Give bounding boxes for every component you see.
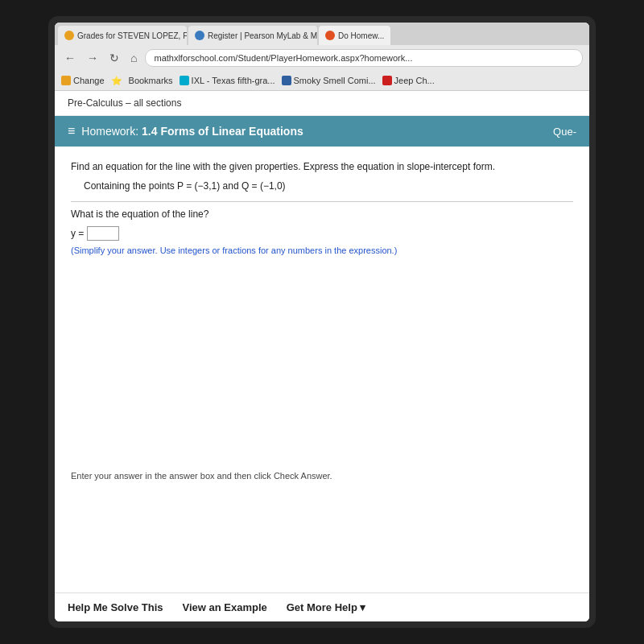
view-example-button[interactable]: View an Example	[182, 601, 266, 613]
question-prompt: What is the equation of the line?	[71, 208, 573, 220]
address-bar-row: ← → ↻ ⌂ mathxlforschool.com/Student/Play…	[55, 45, 589, 71]
bookmark-icon-smoky	[282, 76, 291, 85]
address-bar[interactable]: mathxlforschool.com/Student/PlayerHomewo…	[145, 49, 583, 67]
bookmark-separator: ⭐	[111, 76, 122, 86]
simplify-note: (Simplify your answer. Use integers or f…	[71, 246, 573, 255]
page-content: Pre-Calculus – all sections ≡ Homework: …	[55, 91, 589, 621]
tab-homework[interactable]: Do Homew...	[319, 26, 390, 45]
homework-title-bold: 1.4 Forms of Linear Equations	[142, 125, 303, 138]
help-me-solve-button[interactable]: Help Me Solve This	[68, 601, 163, 613]
get-more-help-button[interactable]: Get More Help ▾	[287, 601, 366, 613]
divider	[71, 201, 573, 202]
forward-button[interactable]: →	[84, 50, 101, 66]
hamburger-icon[interactable]: ≡	[68, 124, 75, 138]
answer-row: y =	[71, 226, 573, 241]
homework-header: ≡ Homework: 1.4 Forms of Linear Equation…	[55, 116, 589, 147]
home-button[interactable]: ⌂	[127, 50, 140, 66]
bookmark-jeep[interactable]: Jeep Ch...	[382, 76, 435, 85]
tab-bar: Grades for STEVEN LOPEZ, PRE... × Regist…	[55, 23, 589, 45]
problem-instruction: Find an equation for the line with the g…	[71, 159, 573, 174]
answer-input[interactable]	[87, 226, 119, 241]
bookmark-bookmarks[interactable]: Bookmarks	[129, 76, 173, 85]
question-area: Find an equation for the line with the g…	[55, 147, 589, 592]
bottom-actions: Help Me Solve This View an Example Get M…	[55, 592, 589, 621]
que-indicator: Que-	[553, 126, 576, 138]
bookmark-change[interactable]: Change	[61, 76, 105, 85]
screen: Grades for STEVEN LOPEZ, PRE... × Regist…	[55, 23, 589, 621]
bookmark-smoky[interactable]: Smoky Smell Comi...	[282, 76, 376, 85]
tab-icon-homework	[325, 31, 335, 40]
back-button[interactable]: ←	[61, 50, 79, 66]
bookmark-icon-jeep	[382, 76, 392, 85]
answer-prefix: y =	[71, 228, 84, 239]
course-header: Pre-Calculus – all sections	[55, 91, 589, 116]
tab-icon-register	[195, 31, 204, 40]
browser-chrome: Grades for STEVEN LOPEZ, PRE... × Regist…	[55, 23, 589, 91]
tab-icon-grades	[64, 31, 74, 40]
bookmark-icon-ixl	[180, 76, 189, 85]
homework-label: Homework: 1.4 Forms of Linear Equations	[81, 125, 303, 138]
bookmark-ixl[interactable]: IXL - Texas fifth-gra...	[180, 76, 275, 85]
problem-detail: Containing the points P = (−3,1) and Q =…	[84, 180, 573, 192]
tab-register[interactable]: Register | Pearson MyLab & Ma... ×	[188, 26, 317, 45]
enter-instruction: Enter your answer in the answer box and …	[71, 464, 573, 487]
bookmarks-bar: Change ⭐ Bookmarks IXL - Texas fifth-gra…	[55, 71, 589, 90]
bookmark-icon-change	[61, 76, 71, 85]
tab-grades[interactable]: Grades for STEVEN LOPEZ, PRE... ×	[58, 26, 187, 45]
tablet-frame: Grades for STEVEN LOPEZ, PRE... × Regist…	[48, 16, 596, 628]
refresh-button[interactable]: ↻	[106, 50, 122, 66]
course-title: Pre-Calculus – all sections	[68, 97, 181, 109]
